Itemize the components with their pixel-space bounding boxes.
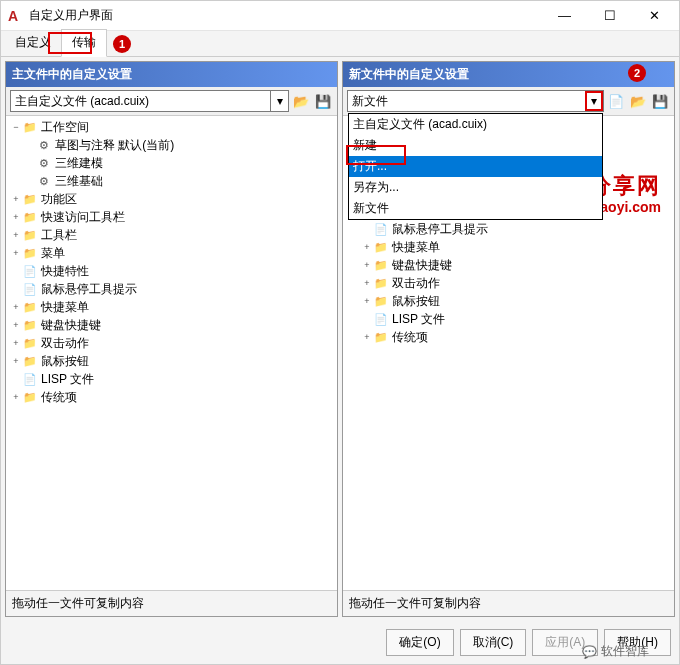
expand-icon[interactable]: + [10, 338, 22, 348]
gear-icon: ⚙ [36, 175, 52, 188]
expand-icon[interactable]: + [10, 248, 22, 258]
main-area: 主文件中的自定义设置 主自定义文件 (acad.cuix) ▾ 📂 💾 −📁工作… [1, 57, 679, 621]
app-icon: A [3, 6, 23, 26]
tab-custom[interactable]: 自定义 [5, 30, 61, 56]
dropdown-item-open[interactable]: 打开... [349, 156, 602, 177]
tree-label: 双击动作 [392, 275, 440, 292]
tree-row[interactable]: +📁双击动作 [8, 334, 335, 352]
folder-icon: 📁 [22, 229, 38, 242]
left-tree[interactable]: −📁工作空间 ⚙草图与注释 默认(当前) ⚙三维建模 ⚙三维基础 +📁功能区 +… [6, 116, 337, 590]
titlebar: A 自定义用户界面 — ☐ ✕ [1, 1, 679, 31]
callout-1: 1 [113, 35, 131, 53]
left-file-combo[interactable]: 主自定义文件 (acad.cuix) ▾ [10, 90, 289, 112]
dropdown-item-new[interactable]: 新建 [349, 135, 602, 156]
gear-icon: ⚙ [36, 139, 52, 152]
minimize-button[interactable]: — [542, 2, 587, 30]
expand-icon[interactable]: + [361, 260, 373, 270]
tree-label: 键盘快捷键 [41, 317, 101, 334]
folder-icon: 📁 [373, 295, 389, 308]
tree-row[interactable]: +📁传统项 [345, 328, 672, 346]
tree-label: 鼠标悬停工具提示 [392, 221, 488, 238]
folder-icon: 📁 [373, 241, 389, 254]
tree-row[interactable]: +📁快捷菜单 [8, 298, 335, 316]
save-icon[interactable]: 💾 [313, 91, 333, 111]
tree-row[interactable]: 📄鼠标悬停工具提示 [8, 280, 335, 298]
window-controls: — ☐ ✕ [542, 2, 677, 30]
expand-icon[interactable]: + [10, 356, 22, 366]
expand-icon[interactable]: + [10, 302, 22, 312]
right-combo-chevron-icon[interactable]: ▾ [585, 91, 603, 111]
tree-row[interactable]: +📁键盘快捷键 [345, 256, 672, 274]
tree-label: 草图与注释 默认(当前) [55, 137, 174, 154]
tree-row[interactable]: 📄LISP 文件 [345, 310, 672, 328]
folder-icon: 📁 [373, 331, 389, 344]
tree-row[interactable]: 📄鼠标悬停工具提示 [345, 220, 672, 238]
tree-label: 菜单 [41, 245, 65, 262]
folder-icon: 📁 [22, 121, 38, 134]
tree-row[interactable]: +📁菜单 [8, 244, 335, 262]
right-status: 拖动任一文件可复制内容 [343, 590, 674, 616]
combo-dropdown[interactable]: 主自定义文件 (acad.cuix) 新建 打开... 另存为... 新文件 [348, 113, 603, 220]
tab-transfer[interactable]: 传输 [61, 29, 107, 57]
tab-bar: 自定义 传输 1 [1, 31, 679, 57]
folder-icon: 📁 [22, 247, 38, 260]
maximize-button[interactable]: ☐ [587, 2, 632, 30]
tree-row[interactable]: +📁工具栏 [8, 226, 335, 244]
open-icon[interactable]: 📂 [291, 91, 311, 111]
tree-label: 快捷菜单 [41, 299, 89, 316]
expand-icon[interactable]: + [10, 392, 22, 402]
left-status: 拖动任一文件可复制内容 [6, 590, 337, 616]
left-panel-title: 主文件中的自定义设置 [12, 66, 132, 83]
folder-icon: 📁 [22, 211, 38, 224]
tree-row[interactable]: +📁传统项 [8, 388, 335, 406]
page-icon: 📄 [22, 373, 38, 386]
tree-label: 工具栏 [41, 227, 77, 244]
tree-row[interactable]: +📁双击动作 [345, 274, 672, 292]
tree-row[interactable]: 📄快捷特性 [8, 262, 335, 280]
tree-row[interactable]: +📁功能区 [8, 190, 335, 208]
tree-row[interactable]: ⚙草图与注释 默认(当前) [8, 136, 335, 154]
tree-label: 鼠标按钮 [41, 353, 89, 370]
expand-icon[interactable]: + [361, 332, 373, 342]
dropdown-item-newfile[interactable]: 新文件 [349, 198, 602, 219]
folder-icon: 📁 [22, 337, 38, 350]
save-icon[interactable]: 💾 [650, 91, 670, 111]
tree-label: 鼠标悬停工具提示 [41, 281, 137, 298]
callout-2: 2 [628, 64, 646, 82]
ok-button[interactable]: 确定(O) [386, 629, 453, 656]
expand-icon[interactable]: + [10, 212, 22, 222]
new-icon[interactable]: 📄 [606, 91, 626, 111]
left-panel-header: 主文件中的自定义设置 [6, 62, 337, 87]
collapse-icon[interactable]: − [10, 122, 22, 132]
tree-row[interactable]: 📄LISP 文件 [8, 370, 335, 388]
tree-row[interactable]: −📁工作空间 [8, 118, 335, 136]
tree-row[interactable]: +📁鼠标按钮 [345, 292, 672, 310]
dropdown-item-saveas[interactable]: 另存为... [349, 177, 602, 198]
folder-icon: 📁 [22, 301, 38, 314]
tree-row[interactable]: ⚙三维建模 [8, 154, 335, 172]
page-icon: 📄 [373, 313, 389, 326]
tree-label: 快捷菜单 [392, 239, 440, 256]
dropdown-item-main[interactable]: 主自定义文件 (acad.cuix) [349, 114, 602, 135]
tree-row[interactable]: +📁键盘快捷键 [8, 316, 335, 334]
expand-icon[interactable]: + [10, 194, 22, 204]
expand-icon[interactable]: + [361, 278, 373, 288]
open-icon[interactable]: 📂 [628, 91, 648, 111]
cancel-button[interactable]: 取消(C) [460, 629, 527, 656]
right-file-combo[interactable]: 新文件 ▾ 主自定义文件 (acad.cuix) 新建 打开... 另存为...… [347, 90, 604, 112]
close-button[interactable]: ✕ [632, 2, 677, 30]
expand-icon[interactable]: + [10, 230, 22, 240]
tree-row[interactable]: ⚙三维基础 [8, 172, 335, 190]
button-bar: 确定(O) 取消(C) 应用(A) 帮助(H) [1, 621, 679, 664]
left-combo-chevron-icon[interactable]: ▾ [270, 91, 288, 111]
tree-row[interactable]: +📁快捷菜单 [345, 238, 672, 256]
wechat-icon: 💬 [582, 645, 597, 659]
expand-icon[interactable]: + [10, 320, 22, 330]
folder-icon: 📁 [22, 319, 38, 332]
right-panel-title: 新文件中的自定义设置 [349, 66, 469, 83]
tree-row[interactable]: +📁鼠标按钮 [8, 352, 335, 370]
expand-icon[interactable]: + [361, 242, 373, 252]
wechat-overlay: 💬 软件智库 [582, 643, 649, 660]
expand-icon[interactable]: + [361, 296, 373, 306]
tree-row[interactable]: +📁快速访问工具栏 [8, 208, 335, 226]
